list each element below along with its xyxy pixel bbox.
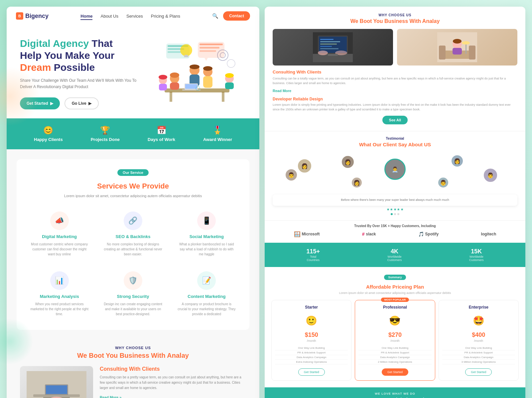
- we-love-section: WE LOVE WHAT WE DO We Create Your Digita…: [265, 387, 525, 398]
- marketing-analysis-icon: 📊: [50, 271, 69, 290]
- microsoft-name: Microsoft: [302, 232, 320, 236]
- digital-marketing-icon: 📣: [50, 211, 69, 230]
- avatar-5: 👨: [483, 168, 498, 183]
- why-section-left: WHY CHOOSE US We Boot You Business With …: [7, 338, 259, 398]
- nav-services[interactable]: Services: [126, 14, 143, 19]
- consult-image: [397, 29, 517, 66]
- social-desc: What a plonker bamboozled so I said say …: [177, 242, 236, 257]
- nav-pricing[interactable]: Pricing & Plans: [151, 14, 180, 19]
- dot-3[interactable]: [397, 213, 399, 215]
- popular-badge: MOST POPULAR: [381, 298, 409, 302]
- hero-subtitle: Share Your Challenge With Our Team And W…: [20, 77, 146, 90]
- award-icon: 🎖️: [212, 126, 222, 135]
- svg-rect-6: [200, 47, 219, 49]
- enterprise-illustration: 🤩: [442, 312, 515, 329]
- logitech-name: logitech: [481, 232, 496, 236]
- logitech-logo: logitech: [481, 232, 496, 236]
- pricing-section: Summary Affordable Priceing Plan Lorem i…: [265, 267, 525, 388]
- brand-logo[interactable]: B Bigency: [16, 12, 49, 20]
- testimonial-avatars: 👩 👨 👩 👨‍💼 👩 👨 👩 👨: [273, 152, 517, 192]
- svg-rect-19: [170, 82, 179, 90]
- enterprise-btn[interactable]: Get Started: [465, 368, 492, 376]
- starter-feature-1: One Way Link Building: [275, 346, 348, 350]
- navbar: B Bigency Home About Us Services Pricing…: [7, 7, 259, 25]
- dot-2[interactable]: [394, 213, 396, 215]
- svg-point-63: [462, 41, 470, 45]
- search-icon[interactable]: 🔍: [212, 13, 218, 19]
- svg-rect-7: [200, 50, 216, 52]
- days-work-label: Days of Work: [148, 137, 175, 142]
- seo-icon: 🔗: [124, 211, 142, 230]
- trusted-logos: 🪟 Microsoft # slack 🎵 Spotify logitech: [273, 231, 517, 237]
- 15k-label: WorldwideCustomers: [469, 255, 484, 262]
- professional-illustration: 😎: [358, 312, 431, 329]
- logo-icon: B: [16, 12, 23, 20]
- pricing-cards: Starter 🙂 $150 /month One Way Link Build…: [271, 300, 519, 381]
- professional-btn[interactable]: Get Started: [382, 368, 408, 376]
- svg-rect-57: [439, 46, 446, 60]
- starter-price: $150: [275, 332, 348, 338]
- nav-about[interactable]: About Us: [100, 14, 118, 19]
- svg-point-32: [225, 73, 234, 78]
- enterprise-period: /month: [442, 339, 515, 342]
- see-all-button[interactable]: See All: [382, 116, 408, 124]
- slack-icon: #: [362, 231, 365, 237]
- content-icon: 📝: [197, 271, 216, 290]
- get-started-button[interactable]: Get Started ▶: [20, 97, 60, 109]
- nav-home[interactable]: Home: [80, 14, 92, 20]
- dot-1[interactable]: [391, 213, 393, 215]
- svg-rect-62: [466, 44, 466, 54]
- svg-rect-31: [225, 82, 234, 89]
- go-live-button[interactable]: Go Live ▶: [65, 97, 99, 109]
- brand-name: Bigency: [25, 13, 49, 20]
- countries-label: TotalCountries: [306, 255, 320, 262]
- starter-period: /month: [275, 339, 348, 342]
- services-tag: Our Service: [117, 169, 149, 176]
- laptop-image: [273, 29, 393, 66]
- starter-btn[interactable]: Get Started: [298, 368, 325, 376]
- service-content: 📝 Content Marketing A company or product…: [174, 268, 239, 320]
- projects-done-label: Projects Done: [91, 137, 120, 142]
- avatar-1: 👩: [297, 159, 312, 173]
- svg-rect-60: [453, 48, 462, 55]
- services-desc: Lorem ipsum dolor sit amet, consectetur …: [27, 193, 239, 199]
- content-name: Content Marketing: [177, 294, 236, 299]
- slack-logo: # slack: [362, 231, 376, 237]
- svg-rect-50: [320, 48, 338, 49]
- days-work-icon: 📅: [157, 126, 167, 135]
- avatar-4: 👩: [451, 155, 464, 167]
- services-section: Our Service Services We Provide Lorem ip…: [7, 149, 259, 338]
- svg-marker-8: [204, 58, 208, 61]
- security-desc: Design inc can create engaging content a…: [103, 302, 162, 317]
- right-read-more[interactable]: Read More: [273, 89, 291, 93]
- svg-point-29: [159, 75, 167, 79]
- stats-bar: 😊 Happy Clients 🏆 Projects Done 📅 Days o…: [7, 118, 259, 149]
- professional-features: One Way Link Building PR & Articlelink S…: [358, 346, 431, 364]
- read-more-left[interactable]: Read More »: [100, 395, 121, 398]
- pro-feature-2: PR & Articlelink Support: [358, 350, 431, 355]
- slack-name: slack: [366, 232, 376, 236]
- professional-price: $270: [358, 332, 431, 338]
- microsoft-icon: 🪟: [294, 231, 301, 237]
- why-tag-left: WHY CHOOSE US: [20, 346, 246, 350]
- hero-title-dream: Dream: [20, 62, 51, 73]
- hero-title-possible: Possible: [51, 62, 95, 73]
- right-images-grid: [273, 29, 517, 66]
- starter-features: One Way Link Building PR & Articlelink S…: [275, 346, 348, 364]
- stat-award: 🎖️ Award Winner: [203, 126, 232, 142]
- service-seo: 🔗 SEO & Backlinks No more complex boring…: [100, 208, 166, 260]
- customers-num: 4K: [387, 248, 402, 255]
- hero-title: Digital Agency That Help You Make Your D…: [20, 38, 146, 73]
- contact-button[interactable]: Contact: [223, 11, 250, 21]
- nav-links: Home About Us Services Pricing & Plans: [80, 13, 180, 19]
- countries-num: 115+: [306, 248, 320, 255]
- consulting-title-left: Consulting With Clients: [100, 366, 246, 372]
- svg-rect-48: [320, 44, 337, 45]
- pricing-desc: Lorem ipsum dolor sit amet consectetur a…: [271, 291, 519, 296]
- plan-starter: Starter 🙂 $150 /month One Way Link Build…: [271, 300, 351, 381]
- testimonial-dots: [273, 213, 517, 215]
- right-consulting-desc: Consulting can be a totally vague term, …: [273, 76, 517, 85]
- svg-point-20: [170, 72, 179, 78]
- social-name: Social Marketing: [177, 234, 236, 239]
- spotify-name: Spotify: [425, 232, 439, 236]
